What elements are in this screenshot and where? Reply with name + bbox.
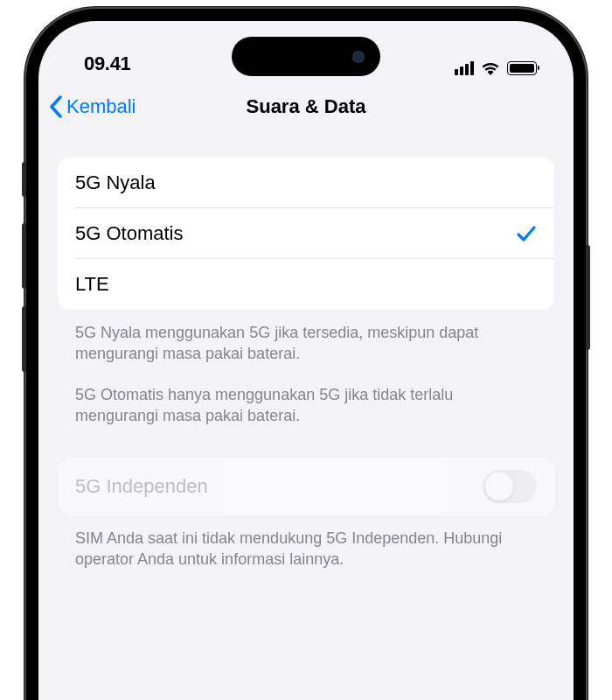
checkmark-icon xyxy=(516,223,537,244)
footer-5g-auto: 5G Otomatis hanya menggunakan 5G jika ti… xyxy=(58,365,554,427)
option-lte[interactable]: LTE xyxy=(58,259,554,310)
device-frame: 09.41 Kemba xyxy=(26,9,586,700)
standalone-5g-toggle xyxy=(483,470,537,503)
status-time: 09.41 xyxy=(84,52,131,75)
status-icons xyxy=(455,61,537,75)
footer-standalone-5g: SIM Anda saat ini tidak mendukung 5G Ind… xyxy=(58,515,554,570)
standalone-5g-row: 5G Independen xyxy=(58,458,554,515)
page-title: Suara & Data xyxy=(247,95,366,118)
dynamic-island xyxy=(232,37,380,76)
back-label: Kembali xyxy=(66,95,136,118)
option-label: 5G Otomatis xyxy=(75,222,183,245)
front-camera-icon xyxy=(352,51,365,63)
wifi-icon xyxy=(481,61,500,75)
nav-bar: Kembali Suara & Data xyxy=(38,82,574,131)
back-button[interactable]: Kembali xyxy=(49,95,136,118)
volume-up-button xyxy=(22,223,26,289)
option-label: 5G Nyala xyxy=(75,172,156,194)
silent-switch xyxy=(22,162,26,197)
standalone-5g-group: 5G Independen xyxy=(58,458,554,515)
option-5g-on[interactable]: 5G Nyala xyxy=(58,158,554,208)
voice-data-options-group: 5G Nyala 5G Otomatis LTE xyxy=(58,158,554,310)
battery-icon xyxy=(507,61,537,75)
toggle-label: 5G Independen xyxy=(75,475,208,498)
screen: 09.41 Kemba xyxy=(38,21,574,700)
toggle-knob xyxy=(485,472,513,500)
chevron-back-icon xyxy=(49,95,63,118)
footer-5g-on: 5G Nyala menggunakan 5G jika tersedia, m… xyxy=(58,310,554,365)
option-label: LTE xyxy=(75,273,109,296)
option-5g-auto[interactable]: 5G Otomatis xyxy=(58,208,554,259)
cellular-signal-icon xyxy=(455,61,474,75)
content-area: 5G Nyala 5G Otomatis LTE 5G Nyala menggu… xyxy=(38,131,574,570)
power-button xyxy=(586,245,590,350)
volume-down-button xyxy=(22,306,26,372)
